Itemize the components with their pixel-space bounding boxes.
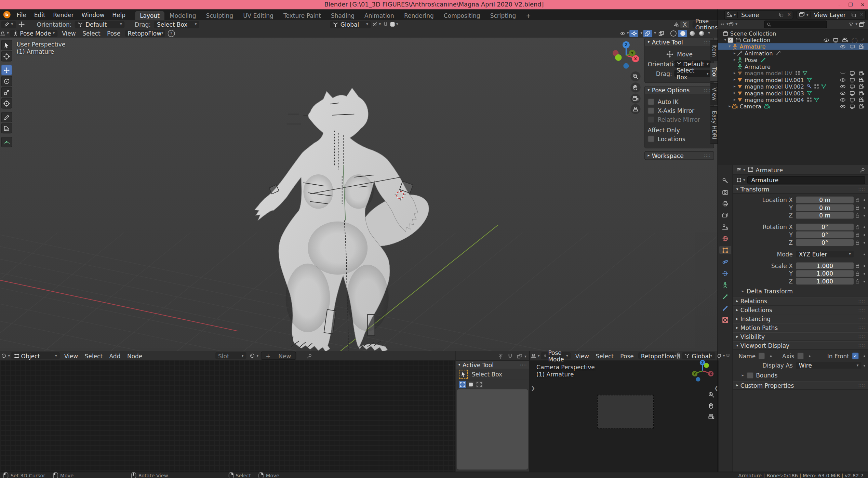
- render-disable-icon[interactable]: [859, 43, 865, 50]
- node-grid-canvas[interactable]: [0, 360, 455, 472]
- retopoflow-menu[interactable]: RetopoFlow▾: [125, 30, 165, 37]
- tab-tool[interactable]: Tool: [710, 63, 718, 82]
- node-view-menu[interactable]: View: [61, 353, 81, 359]
- gizmos-dropdown[interactable]: ▾: [641, 31, 643, 36]
- custom-properties-panel-header[interactable]: ▸Custom Properties∷∷: [733, 381, 868, 390]
- pose-menu[interactable]: Pose: [104, 30, 124, 36]
- shading-material-button[interactable]: [687, 30, 696, 37]
- vd-in-front-checkbox[interactable]: ✓: [852, 353, 858, 359]
- tool-transform[interactable]: [1, 98, 12, 109]
- tab-compositing[interactable]: Compositing: [439, 11, 485, 20]
- xray-toggle[interactable]: [657, 30, 666, 37]
- tab-uv-editing[interactable]: UV Editing: [238, 11, 279, 20]
- lock-icon[interactable]: [854, 197, 862, 202]
- scale-y-field[interactable]: 1.000: [796, 270, 854, 277]
- select-mode-subtract-button[interactable]: [476, 381, 483, 388]
- retopoflow-help-icon[interactable]: ?: [677, 353, 680, 359]
- shader-type-dropdown[interactable]: Object▾: [11, 352, 59, 359]
- tab-render-icon[interactable]: [719, 188, 731, 196]
- shading-rendered-button[interactable]: [697, 30, 706, 37]
- tool-rotate[interactable]: [1, 76, 12, 87]
- select-mode-extend-button[interactable]: [467, 381, 475, 388]
- back-arrow-icon[interactable]: [498, 352, 504, 359]
- tab-item[interactable]: Item: [710, 40, 718, 62]
- tab-animation[interactable]: Animation: [360, 11, 399, 20]
- add-workspace-button[interactable]: +: [521, 11, 536, 20]
- new-collection-button[interactable]: [857, 21, 866, 28]
- hide-eye-icon[interactable]: [823, 37, 829, 43]
- motion-paths-panel-header[interactable]: ▸Motion Paths∷∷: [733, 323, 868, 332]
- material-preview-icon[interactable]: ▾: [250, 352, 258, 359]
- shading-wireframe-button[interactable]: [669, 30, 678, 37]
- rotation-y-field[interactable]: 0°: [796, 231, 854, 238]
- animate-dot[interactable]: [864, 265, 865, 267]
- view-layer-unlink-icon[interactable]: ✕: [858, 12, 865, 17]
- instancing-panel-header[interactable]: ▸Instancing∷∷: [733, 315, 868, 323]
- select-mode-new-button[interactable]: [459, 381, 466, 388]
- rotation-x-field[interactable]: 0°: [796, 224, 854, 230]
- collections-panel-header[interactable]: ▸Collections∷∷: [733, 306, 868, 315]
- view-layer-copy-icon[interactable]: [849, 12, 858, 17]
- drag-dropdown[interactable]: Select Box▾: [154, 21, 200, 28]
- render-disable-icon[interactable]: [859, 70, 865, 76]
- outliner-row-magna-model-uv004[interactable]: ▸ magna model UV.004: [718, 96, 868, 103]
- render-disable-icon[interactable]: [842, 37, 848, 43]
- rotation-mode-dropdown[interactable]: XYZ Euler▾: [796, 251, 854, 257]
- minimize-button[interactable]: –: [838, 2, 840, 8]
- animate-dot[interactable]: [864, 207, 865, 209]
- outliner-row-armature-data[interactable]: Armature: [718, 63, 868, 70]
- mode-dropdown[interactable]: Pose Mode▾: [541, 352, 571, 359]
- location-y-field[interactable]: 0 m: [796, 204, 854, 211]
- navigation-gizmo[interactable]: Z X Y: [609, 40, 644, 72]
- viewport-disable-icon[interactable]: [849, 103, 855, 109]
- object-visibility-dropdown[interactable]: ▾: [620, 30, 629, 37]
- menu-render[interactable]: Render: [49, 11, 78, 18]
- lock-icon[interactable]: [854, 205, 862, 210]
- hide-eye-icon[interactable]: [840, 90, 846, 96]
- node-select-menu[interactable]: Select: [81, 353, 106, 359]
- pose-menu[interactable]: Pose: [617, 353, 637, 359]
- viewport-display-panel-header[interactable]: ▾Viewport Display∷∷: [733, 341, 868, 350]
- camera-view-button[interactable]: [630, 94, 640, 104]
- animate-dot[interactable]: [864, 253, 865, 255]
- vd-axis-checkbox[interactable]: [797, 353, 803, 359]
- pin-icon[interactable]: [306, 352, 312, 359]
- blender-logo-icon[interactable]: b: [3, 11, 11, 18]
- x-axis-mirror-row[interactable]: X-Axis Mirror: [648, 107, 711, 114]
- perspective-toggle-button[interactable]: [630, 104, 640, 114]
- tool-select-box[interactable]: [1, 40, 12, 51]
- animate-dot[interactable]: [864, 280, 865, 282]
- lock-icon[interactable]: [854, 224, 862, 230]
- viewport-disable-icon[interactable]: [849, 90, 855, 96]
- tab-texture-icon[interactable]: [719, 316, 731, 324]
- scene-selector[interactable]: ▾ Scene ✕: [724, 10, 793, 19]
- animate-dot[interactable]: [864, 214, 865, 216]
- view-menu[interactable]: View: [59, 30, 79, 36]
- snap-magnet-icon[interactable]: [507, 352, 513, 359]
- hide-eye-icon[interactable]: [840, 77, 846, 83]
- tab-shading[interactable]: Shading: [326, 11, 359, 20]
- maximize-button[interactable]: ❐: [848, 2, 853, 8]
- tab-armature-data-icon[interactable]: [719, 281, 731, 289]
- transform-orientation-dropdown[interactable]: Global▾: [682, 352, 715, 359]
- transform-panel-header[interactable]: ▾Transform∷∷: [733, 185, 868, 194]
- view-layer-name[interactable]: View Layer: [811, 11, 849, 18]
- outliner-row-collection[interactable]: ▾ ✓ Collection ◯➚: [718, 37, 868, 43]
- lock-icon[interactable]: [854, 271, 862, 276]
- outliner-row-armature-object[interactable]: ▾ Armature: [718, 43, 868, 50]
- animate-dot[interactable]: [864, 234, 865, 236]
- tool-move[interactable]: [1, 65, 12, 75]
- outliner-row-camera[interactable]: ▸ Camera: [718, 103, 868, 109]
- menu-window[interactable]: Window: [78, 11, 108, 18]
- tab-object-icon[interactable]: [719, 246, 731, 254]
- zoom-button[interactable]: [630, 71, 640, 81]
- shading-dropdown[interactable]: ▾: [708, 31, 710, 36]
- lock-icon[interactable]: [854, 240, 862, 245]
- viewport-disable-icon[interactable]: [849, 97, 855, 103]
- mode-dropdown[interactable]: Pose Mode▾: [10, 30, 57, 37]
- viewport-disable-icon[interactable]: [833, 37, 839, 43]
- editor-divider[interactable]: [718, 10, 718, 472]
- outliner-filter-dropdown[interactable]: ▾: [849, 21, 857, 28]
- outliner-row-animation[interactable]: ▸ Animation: [718, 50, 868, 56]
- slot-dropdown[interactable]: Slot▾: [215, 352, 246, 359]
